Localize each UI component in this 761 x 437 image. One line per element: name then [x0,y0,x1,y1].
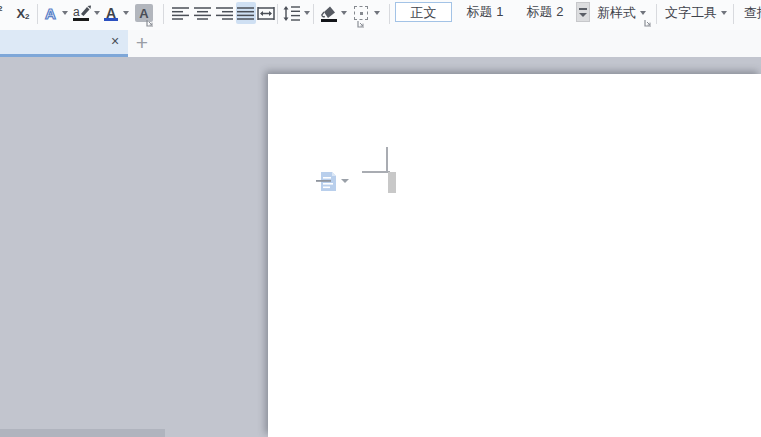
style-item-label: 正文 [411,5,437,20]
line-spacing-button[interactable] [281,2,302,24]
toolbar-separator [733,4,734,24]
toolbar-separator [313,4,314,24]
text-tools-button[interactable]: 文字工具 [662,2,730,24]
chevron-down-icon [94,11,100,15]
highlight-color-button[interactable]: a [71,2,92,24]
find-replace-label: 查找 [744,4,761,22]
line-spacing-dropdown[interactable] [302,2,312,24]
dialog-launcher-icon [644,19,652,27]
character-shading-letter: A [139,7,148,20]
style-item-label: 标题 1 [467,4,504,19]
toolbar-separator [37,4,38,24]
paragraph-layout-dropdown-icon[interactable] [341,179,349,183]
chevron-down-icon [123,11,129,15]
document-tab[interactable]: × [0,30,128,57]
document-area [0,57,761,437]
document-tabbar: × + [0,30,761,57]
subscript-label: X [16,7,25,20]
shading-fill-button[interactable] [317,2,339,24]
text-effects-dropdown[interactable] [60,2,70,24]
superscript-button[interactable]: X2 [0,2,8,24]
horizontal-scrollbar-thumb[interactable] [0,429,165,437]
font-color-dropdown[interactable] [121,2,131,24]
more-styles-icon [579,8,587,10]
align-right-icon [216,7,234,20]
line-spacing-icon [283,6,301,21]
distributed-align-icon [257,7,275,20]
justify-button[interactable] [236,2,256,24]
chevron-down-icon [640,11,646,15]
subscript-button[interactable]: X2 [11,2,35,24]
align-right-button[interactable] [215,2,235,24]
formatting-toolbar: X2 X2 A a A A [0,0,761,31]
styles-gallery-more-button[interactable] [576,2,590,22]
text-effects-button[interactable]: A [41,2,60,24]
tab-close-icon[interactable]: × [106,33,124,51]
new-style-button[interactable]: 新样式 [594,2,649,24]
borders-dropdown[interactable] [372,2,382,24]
toolbar-separator [656,4,657,24]
document-page[interactable] [268,74,761,437]
pen-icon [79,4,91,16]
align-left-icon [172,7,190,20]
font-color-icon: A [101,4,121,23]
subscript-script: 2 [25,13,29,21]
paragraph-layout-button[interactable] [316,171,340,192]
text-tools-label: 文字工具 [665,4,717,22]
text-effects-icon: A [45,6,56,21]
chevron-down-icon [721,11,727,15]
style-item-body[interactable]: 正文 [395,2,452,22]
style-item-heading2[interactable]: 标题 2 [517,2,573,22]
style-item-heading1[interactable]: 标题 1 [456,2,514,22]
dialog-launcher-icon [357,20,365,28]
paint-bucket-icon [319,5,338,22]
toolbar-separator [163,4,164,24]
dialog-launcher-icon [146,19,154,27]
paragraph-dialog-launcher[interactable] [357,20,365,28]
chevron-down-icon [62,11,68,15]
find-replace-button[interactable]: 查找 [741,2,761,24]
chevron-down-icon [579,13,587,17]
paragraph-layout-icon [316,171,340,192]
distributed-align-button[interactable] [256,2,276,24]
margin-mark-vertical [386,147,388,173]
style-item-label: 标题 2 [527,4,564,19]
toolbar-separator [277,4,278,24]
align-center-icon [194,7,212,20]
toolbar-separator [389,4,390,24]
styles-dialog-launcher[interactable] [644,19,652,27]
chevron-down-icon [304,11,310,15]
font-color-button[interactable]: A [101,2,121,24]
align-left-button[interactable] [171,2,191,24]
justify-icon [237,7,255,20]
highlight-icon: a [72,4,91,23]
align-center-button[interactable] [193,2,213,24]
text-cursor [388,172,396,193]
chevron-down-icon [341,11,347,15]
shading-fill-dropdown[interactable] [339,2,349,24]
new-style-label: 新样式 [597,4,636,22]
highlight-color-bar [73,18,89,21]
chevron-down-icon [374,11,380,15]
borders-icon [354,6,368,20]
superscript-script: 2 [0,5,3,13]
new-tab-button[interactable]: + [132,32,152,54]
font-dialog-launcher[interactable] [146,19,154,27]
